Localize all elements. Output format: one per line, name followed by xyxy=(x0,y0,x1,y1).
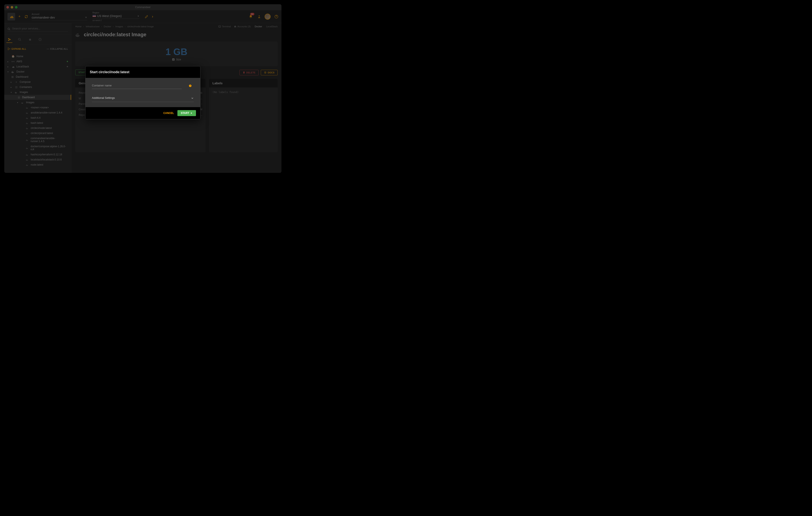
warning-icon xyxy=(189,84,192,87)
container-name-input[interactable] xyxy=(92,82,182,89)
chevron-down-icon xyxy=(191,96,194,100)
modal-overlay[interactable]: Start circleci/node:latest Additional Se… xyxy=(4,4,282,173)
dialog-title: Start circleci/node:latest xyxy=(86,66,200,78)
start-container-dialog: Start circleci/node:latest Additional Se… xyxy=(85,66,200,119)
additional-settings-label: Additional Settings xyxy=(92,96,115,100)
svg-rect-52 xyxy=(190,85,190,86)
svg-rect-53 xyxy=(190,86,190,86)
additional-settings-toggle[interactable]: Additional Settings xyxy=(92,94,194,102)
dialog-start-button[interactable]: START xyxy=(177,110,196,116)
cancel-button[interactable]: CANCEL xyxy=(163,112,174,115)
